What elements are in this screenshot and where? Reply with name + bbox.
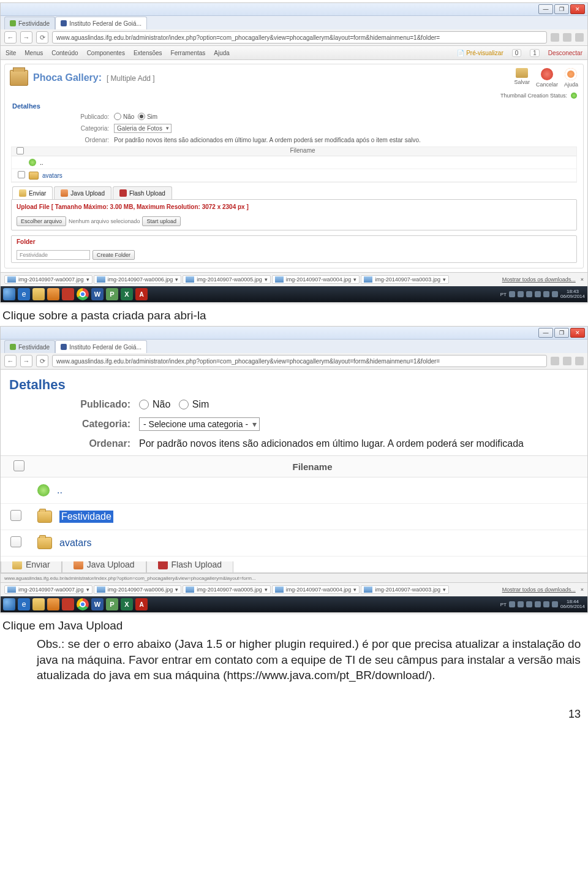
show-all-downloads[interactable]: Mostrar todos os downloads... — [502, 587, 576, 593]
menu-ferramentas[interactable]: Ferramentas — [171, 50, 206, 56]
tray-icon[interactable] — [552, 601, 558, 607]
preview-link[interactable]: 📄 Pré-visualizar — [457, 50, 503, 56]
url-field[interactable]: www.aguaslindas.ifg.edu.br/administrator… — [52, 355, 547, 367]
tab-flash-upload[interactable]: Flash Upload — [113, 186, 172, 199]
tray-icon[interactable] — [552, 291, 558, 297]
tray-icon[interactable] — [543, 291, 549, 297]
menu-icon[interactable] — [575, 33, 584, 42]
nav-reload-button[interactable]: ⟳ — [36, 355, 48, 367]
app-icon[interactable] — [62, 288, 74, 300]
download-item[interactable]: img-20140907-wa0007.jpg▾ — [4, 275, 92, 284]
language-indicator[interactable]: PT — [500, 292, 507, 297]
app-icon[interactable] — [62, 598, 74, 610]
folder-name-input[interactable]: Festividade — [17, 250, 90, 260]
categoria-select[interactable]: Galeria de Fotos — [114, 124, 172, 133]
browser-tab-2[interactable]: Instituto Federal de Goiá... — [55, 17, 147, 29]
row-checkbox[interactable] — [10, 510, 21, 521]
tab-java-upload[interactable]: Java Upload — [62, 561, 146, 572]
tab-enviar[interactable]: Enviar — [12, 186, 53, 199]
tab-enviar[interactable]: Enviar — [1, 561, 62, 572]
menu-menus[interactable]: Menus — [24, 50, 43, 56]
publicado-yes-radio[interactable] — [179, 400, 189, 409]
window-maximize-button[interactable]: ❐ — [554, 328, 569, 338]
extension-icon[interactable] — [551, 357, 559, 365]
download-item[interactable]: img-20140907-wa0004.jpg▾ — [272, 585, 360, 594]
window-minimize-button[interactable]: — — [538, 4, 553, 14]
save-button[interactable]: Salvar — [514, 68, 530, 85]
cancel-button[interactable]: Cancelar — [536, 68, 558, 88]
url-field[interactable]: www.aguaslindas.ifg.edu.br/administrator… — [52, 31, 547, 44]
download-item[interactable]: img-20140907-wa0005.jpg▾ — [183, 585, 271, 594]
menu-conteudo[interactable]: Conteúdo — [51, 50, 78, 56]
download-item[interactable]: img-20140907-wa0006.jpg▾ — [94, 275, 182, 284]
pdf-icon[interactable]: A — [135, 288, 148, 300]
bookmark-star-icon[interactable] — [563, 357, 571, 365]
word-icon[interactable]: W — [91, 288, 104, 300]
window-close-button[interactable]: ✕ — [570, 328, 585, 338]
download-item[interactable]: img-20140907-wa0006.jpg▾ — [94, 585, 182, 594]
publicado-no-radio[interactable] — [114, 113, 121, 120]
tab-flash-upload[interactable]: Flash Upload — [146, 561, 234, 572]
browser-tab-1[interactable]: Festividade — [4, 340, 55, 353]
row-checkbox[interactable] — [18, 171, 25, 178]
media-player-icon[interactable] — [47, 598, 59, 610]
tray-icon[interactable] — [526, 291, 532, 297]
choose-file-button[interactable]: Escolher arquivo — [17, 216, 66, 226]
file-row-up[interactable]: .. — [12, 156, 576, 169]
download-item[interactable]: img-20140907-wa0007.jpg▾ — [4, 585, 92, 594]
download-item[interactable]: img-20140907-wa0003.jpg▾ — [361, 275, 449, 284]
browser-tab-2[interactable]: Instituto Federal de Goiá... — [55, 340, 147, 353]
create-folder-button[interactable]: Create Folder — [92, 250, 135, 260]
explorer-icon[interactable] — [32, 598, 45, 610]
tray-icon[interactable] — [509, 601, 515, 607]
explorer-icon[interactable] — [32, 288, 45, 300]
publicado-no-radio[interactable] — [139, 400, 149, 409]
menu-componentes[interactable]: Componentes — [87, 50, 125, 56]
disconnect-link[interactable]: Desconectar — [548, 50, 582, 56]
file-row[interactable]: avatars — [12, 169, 576, 182]
ie-icon[interactable]: e — [18, 288, 30, 300]
window-minimize-button[interactable]: — — [538, 328, 553, 338]
menu-ajuda[interactable]: Ajuda — [214, 50, 230, 56]
file-row-avatars[interactable]: avatars — [1, 530, 587, 557]
window-maximize-button[interactable]: ❐ — [554, 4, 569, 14]
tray-icon[interactable] — [518, 291, 524, 297]
tray-icon[interactable] — [535, 601, 541, 607]
media-player-icon[interactable] — [47, 288, 59, 300]
nav-back-button[interactable]: ← — [4, 31, 17, 44]
badge-users[interactable]: 1 — [530, 49, 540, 57]
menu-site[interactable]: Site — [6, 50, 16, 56]
start-button[interactable] — [3, 598, 15, 610]
file-row-up[interactable]: .. — [1, 477, 587, 504]
publicado-yes-radio[interactable] — [138, 113, 145, 120]
tray-icon[interactable] — [518, 601, 524, 607]
nav-reload-button[interactable]: ⟳ — [36, 31, 48, 44]
word-icon[interactable]: W — [91, 598, 104, 610]
clock[interactable]: 18:44 06/09/2014 — [560, 599, 585, 609]
download-item[interactable]: img-20140907-wa0003.jpg▾ — [361, 585, 449, 594]
help-button[interactable]: Ajuda — [564, 68, 578, 88]
tray-icon[interactable] — [526, 601, 532, 607]
tray-icon[interactable] — [535, 291, 541, 297]
chrome-icon[interactable] — [77, 598, 89, 610]
select-all-checkbox[interactable] — [13, 460, 24, 471]
close-shelf-button[interactable]: × — [581, 276, 584, 283]
menu-extensoes[interactable]: Extensões — [134, 50, 162, 56]
browser-tab-1[interactable]: Festividade — [4, 17, 55, 29]
clock[interactable]: 18:43 06/09/2014 — [560, 289, 585, 299]
excel-icon[interactable]: X — [121, 598, 133, 610]
categoria-select[interactable]: - Selecione uma categoria - — [139, 417, 260, 431]
start-upload-button[interactable]: Start upload — [142, 216, 181, 226]
tray-icon[interactable] — [509, 291, 515, 297]
download-item[interactable]: img-20140907-wa0004.jpg▾ — [272, 275, 360, 284]
row-checkbox[interactable] — [10, 536, 21, 547]
start-button[interactable] — [3, 288, 15, 300]
show-all-downloads[interactable]: Mostrar todos os downloads... — [502, 276, 576, 283]
publisher-icon[interactable]: P — [106, 288, 118, 300]
chrome-icon[interactable] — [77, 288, 89, 300]
menu-icon[interactable] — [575, 357, 584, 365]
publisher-icon[interactable]: P — [106, 598, 118, 610]
nav-back-button[interactable]: ← — [4, 355, 17, 367]
pdf-icon[interactable]: A — [135, 598, 148, 610]
tray-icon[interactable] — [543, 601, 549, 607]
